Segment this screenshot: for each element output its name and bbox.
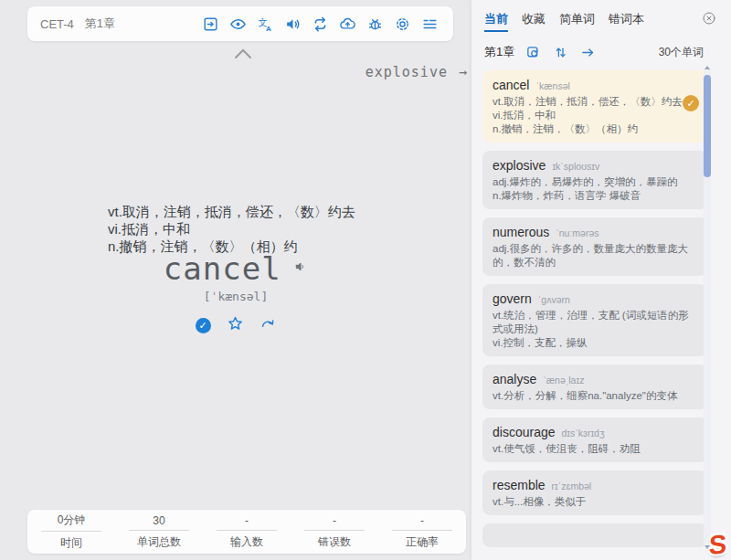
favorite-star-icon[interactable] <box>227 315 244 336</box>
word-card-phonetic: ˈgʌvərn <box>538 294 570 305</box>
refresh-chapter-icon[interactable] <box>524 43 542 61</box>
sidebar-tabs: 当前收藏简单词错词本 <box>484 11 644 32</box>
top-toolbar: CET-4 第1章 文A <box>27 6 453 41</box>
word-card-definitions: vt.分析，分解，细察na."analyze"的变体 <box>493 389 697 403</box>
stat-label: 时间 <box>60 532 82 551</box>
word-card-definition-line: n.撤销，注销，〈数〉（相）约 <box>493 122 697 136</box>
definition-line: vt.取消，注销，抵消，偿还，〈数〉约去 <box>108 203 355 220</box>
bug-icon[interactable] <box>365 14 386 35</box>
word-list-sidebar: 当前收藏简单词错词本 第1章 30个单词 cancelˈkænsəl vt.取消… <box>471 0 731 560</box>
stat-value: 30 <box>129 514 189 531</box>
sidebar-tab-3[interactable]: 错词本 <box>609 11 644 30</box>
stat-label: 正确率 <box>406 531 439 550</box>
word-card[interactable]: cancelˈkænsəl vt.取消，注销，抵消，偿还，〈数〉约去vi.抵消，… <box>482 70 707 143</box>
cloud-upload-icon[interactable] <box>337 14 358 35</box>
word-card-definitions: vt.取消，注销，抵消，偿还，〈数〉约去vi.抵消，中和n.撤销，注销，〈数〉（… <box>493 95 697 136</box>
word-card-definitions: adj.很多的，许多的，数量庞大的数量庞大的，数不清的 <box>493 242 697 269</box>
word-card[interactable]: discouragedɪsˈkɜrɪdʒ vt.使气馁，使沮丧，阻碍，劝阻 ✓ <box>482 417 707 462</box>
word-card-definitions: vt.统治，管理，治理，支配 (词或短语的形式或用法)vi.控制，支配，操纵 <box>493 309 697 350</box>
current-word-block: cancel [ˈkænsəl] ✓ <box>0 250 471 336</box>
word-card-phonetic: ˈkænsəl <box>535 80 569 91</box>
pronounce-speaker-icon[interactable] <box>293 259 308 278</box>
word-count: 30个单词 <box>659 45 704 60</box>
next-arrow-icon: → <box>459 64 468 80</box>
sogou-input-logo[interactable]: S <box>708 529 727 560</box>
word-card-partial[interactable] <box>482 523 707 547</box>
stat-label: 错误数 <box>318 531 351 550</box>
jump-arrow-icon[interactable] <box>578 43 597 61</box>
word-list: cancelˈkænsəl vt.取消，注销，抵消，偿还，〈数〉约去vi.抵消，… <box>482 68 707 555</box>
list-controls: 第1章 30个单词 <box>484 43 704 61</box>
word-card-head: numerousˈnuːmərəs <box>493 224 697 240</box>
loop-icon[interactable] <box>310 14 331 35</box>
stat-value: 0分钟 <box>41 512 101 532</box>
stat-value: - <box>304 514 365 531</box>
scrollbar-up-arrow-icon[interactable] <box>705 66 710 69</box>
word-card[interactable]: analyseˈænəˌlaɪz vt.分析，分解，细察na."analyze"… <box>482 365 707 409</box>
word-card-definition-line: vt.取消，注销，抵消，偿还，〈数〉约去 <box>493 95 697 109</box>
word-card-definition-line: vt.使气馁，使沮丧，阻碍，劝阻 <box>493 442 697 456</box>
stat-value: - <box>392 514 452 531</box>
word-card[interactable]: numerousˈnuːmərəs adj.很多的，许多的，数量庞大的数量庞大的… <box>482 217 707 276</box>
close-sidebar-icon[interactable] <box>702 11 716 29</box>
collapse-chevron-up-icon[interactable] <box>234 48 252 64</box>
word-card-head: explosiveɪkˈsploʊsɪv <box>493 157 697 174</box>
word-card-title: discourage <box>493 425 556 439</box>
word-card-definition-line: n.爆炸物，炸药，语言学 爆破音 <box>493 189 697 203</box>
word-card-definition-line: vt.与...相像，类似于 <box>493 495 697 509</box>
stat-label: 输入数 <box>230 531 263 550</box>
word-card[interactable]: resemblerɪˈzɛmbəl vt.与...相像，类似于 ✓ <box>482 470 707 515</box>
current-word-definitions: vt.取消，注销，抵消，偿还，〈数〉约去 vi.抵消，中和 n.撤销，注销，〈数… <box>108 203 355 255</box>
sidebar-tab-1[interactable]: 收藏 <box>522 11 546 30</box>
definition-line: vi.抵消，中和 <box>108 220 355 238</box>
word-card-definition-line: adj.爆炸的，易爆炸的，突增的，暴躁的 <box>493 175 697 189</box>
sort-icon[interactable] <box>551 43 569 61</box>
stat-value: - <box>217 514 277 531</box>
word-card-head: governˈgʌvərn <box>493 291 697 307</box>
scrollbar-thumb[interactable] <box>704 75 711 177</box>
word-card-head: resemblerɪˈzɛmbəl <box>493 477 697 493</box>
stat-item: 0分钟 时间 <box>27 512 115 551</box>
word-card-definition-line: vt.统治，管理，治理，支配 (词或短语的形式或用法) <box>493 309 697 336</box>
sidebar-scrollbar[interactable] <box>704 68 711 547</box>
word-card-phonetic: ˈænəˌlaɪz <box>543 375 584 386</box>
word-card-phonetic: dɪsˈkɜrɪdʒ <box>562 428 605 438</box>
word-card-title: govern <box>493 291 532 306</box>
chapter-name: 第1章 <box>85 16 115 32</box>
next-word-hint: explosive → <box>366 64 468 80</box>
word-card-definition-line: vt.分析，分解，细察na."analyze"的变体 <box>493 389 697 403</box>
course-name: CET-4 <box>40 17 74 31</box>
word-card[interactable]: explosiveɪkˈsploʊsɪv adj.爆炸的，易爆炸的，突增的，暴躁… <box>482 151 707 209</box>
next-word-label: explosive <box>366 64 448 80</box>
word-card[interactable]: governˈgʌvərn vt.统治，管理，治理，支配 (词或短语的形式或用法… <box>482 284 707 356</box>
word-card-definition-line: adj.很多的，许多的，数量庞大的数量庞大的，数不清的 <box>493 242 697 269</box>
word-card-definitions: vt.与...相像，类似于 <box>493 495 697 509</box>
gear-icon[interactable] <box>392 14 413 35</box>
stat-label: 单词总数 <box>137 531 181 550</box>
enter-box-icon[interactable] <box>200 14 221 35</box>
current-word-phonetic: [ˈkænsəl] <box>0 290 471 303</box>
learned-check-icon: ✓ <box>683 95 699 111</box>
stat-item: - 错误数 <box>291 514 378 550</box>
word-card-title: analyse <box>493 372 536 386</box>
current-word: cancel <box>164 250 281 287</box>
mark-known-check-icon[interactable]: ✓ <box>196 318 211 333</box>
menu-lines-icon[interactable] <box>419 14 440 35</box>
stat-item: - 输入数 <box>203 514 291 550</box>
sidebar-tab-2[interactable]: 简单词 <box>559 11 595 30</box>
stat-item: - 正确率 <box>378 514 466 550</box>
eye-icon[interactable] <box>228 14 249 35</box>
word-card-title: numerous <box>493 225 549 239</box>
word-card-phonetic: ˈnuːmərəs <box>556 227 599 238</box>
sidebar-tab-0[interactable]: 当前 <box>484 11 508 32</box>
word-card-title: cancel <box>493 78 529 92</box>
word-card-definitions: vt.使气馁，使沮丧，阻碍，劝阻 <box>493 442 697 456</box>
word-card-head: analyseˈænəˌlaɪz <box>493 371 697 387</box>
word-card-definition-line: vi.控制，支配，操纵 <box>493 336 697 350</box>
stat-item: 30 单词总数 <box>115 514 203 550</box>
word-card-title: explosive <box>493 158 546 173</box>
speaker-icon[interactable] <box>282 14 303 35</box>
translate-icon[interactable]: 文A <box>255 14 276 35</box>
svg-text:A: A <box>266 24 271 32</box>
skip-redo-icon[interactable] <box>260 315 277 336</box>
